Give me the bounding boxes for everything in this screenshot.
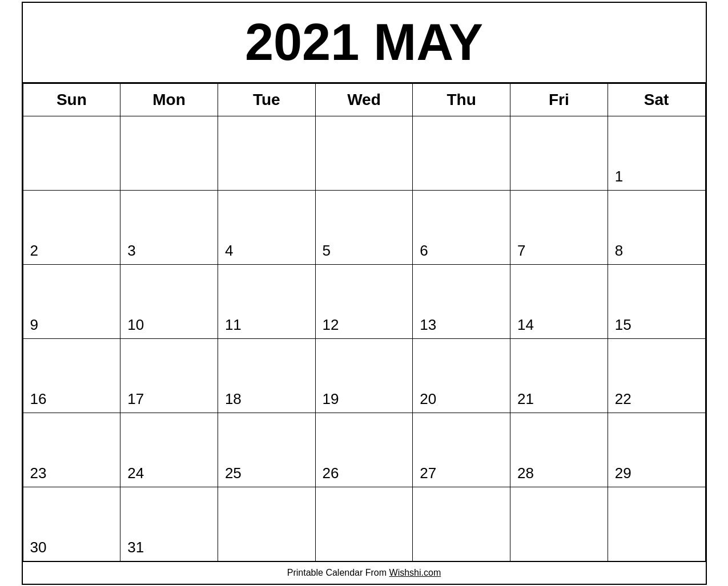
calendar-day: 29 xyxy=(608,413,705,487)
calendar-day xyxy=(23,116,120,190)
calendar-day: 17 xyxy=(120,338,218,413)
days-header-row: SunMonTueWedThuFriSat xyxy=(23,83,705,116)
calendar-day: 27 xyxy=(413,413,510,487)
calendar-day: 28 xyxy=(510,413,608,487)
day-header-tue: Tue xyxy=(218,83,315,116)
calendar-week-0: 1 xyxy=(23,116,705,190)
day-header-sat: Sat xyxy=(608,83,705,116)
calendar-week-1: 2345678 xyxy=(23,190,705,264)
calendar-week-4: 23242526272829 xyxy=(23,413,705,487)
calendar-day xyxy=(413,487,510,561)
calendar-day: 23 xyxy=(23,413,120,487)
calendar-day: 8 xyxy=(608,190,705,264)
calendar-title: 2021 MAY xyxy=(23,3,706,83)
calendar-day: 9 xyxy=(23,264,120,338)
calendar-day: 25 xyxy=(218,413,315,487)
calendar-day: 21 xyxy=(510,338,608,413)
day-header-thu: Thu xyxy=(413,83,510,116)
calendar-day: 10 xyxy=(120,264,218,338)
calendar-day: 3 xyxy=(120,190,218,264)
calendar-day: 7 xyxy=(510,190,608,264)
calendar-day: 18 xyxy=(218,338,315,413)
day-header-sun: Sun xyxy=(23,83,120,116)
calendar-day: 20 xyxy=(413,338,510,413)
calendar-day: 13 xyxy=(413,264,510,338)
calendar-day: 16 xyxy=(23,338,120,413)
calendar-day xyxy=(413,116,510,190)
calendar-grid: SunMonTueWedThuFriSat 123456789101112131… xyxy=(23,83,706,561)
calendar-day: 5 xyxy=(315,190,413,264)
day-header-wed: Wed xyxy=(315,83,413,116)
calendar-day xyxy=(120,116,218,190)
footer-link[interactable]: Wishshi.com xyxy=(389,568,441,577)
calendar-week-2: 9101112131415 xyxy=(23,264,705,338)
calendar-day: 4 xyxy=(218,190,315,264)
calendar-day: 11 xyxy=(218,264,315,338)
calendar-day xyxy=(510,116,608,190)
calendar-day: 1 xyxy=(608,116,705,190)
day-header-mon: Mon xyxy=(120,83,218,116)
calendar-day: 22 xyxy=(608,338,705,413)
calendar-day xyxy=(218,116,315,190)
calendar-day xyxy=(218,487,315,561)
calendar-day: 26 xyxy=(315,413,413,487)
calendar-footer: Printable Calendar From Wishshi.com xyxy=(23,561,706,584)
calendar-day: 12 xyxy=(315,264,413,338)
calendar-week-3: 16171819202122 xyxy=(23,338,705,413)
calendar-day: 2 xyxy=(23,190,120,264)
calendar-day: 19 xyxy=(315,338,413,413)
calendar-day: 15 xyxy=(608,264,705,338)
calendar-day: 31 xyxy=(120,487,218,561)
calendar-day: 24 xyxy=(120,413,218,487)
calendar-day xyxy=(510,487,608,561)
calendar-day xyxy=(315,116,413,190)
footer-text: Printable Calendar From xyxy=(287,568,389,577)
calendar-day xyxy=(608,487,705,561)
calendar-day: 6 xyxy=(413,190,510,264)
calendar-day: 30 xyxy=(23,487,120,561)
calendar-day xyxy=(315,487,413,561)
day-header-fri: Fri xyxy=(510,83,608,116)
calendar-container: 2021 MAY SunMonTueWedThuFriSat 123456789… xyxy=(22,2,707,585)
calendar-week-5: 3031 xyxy=(23,487,705,561)
calendar-day: 14 xyxy=(510,264,608,338)
